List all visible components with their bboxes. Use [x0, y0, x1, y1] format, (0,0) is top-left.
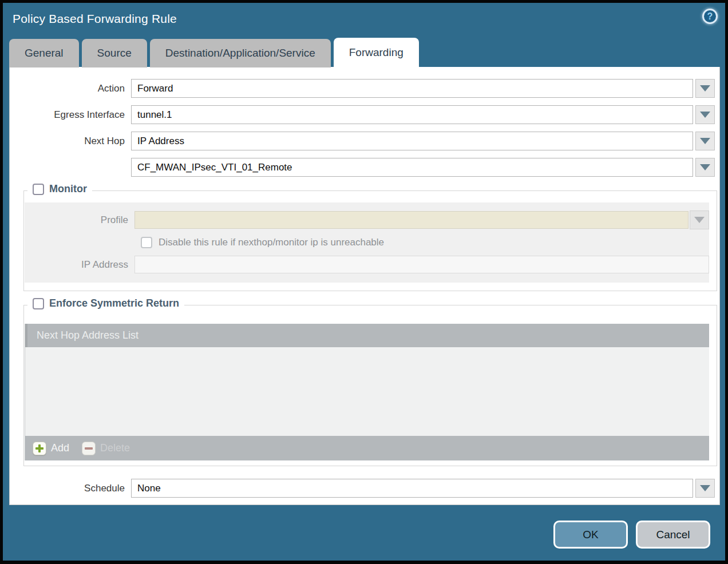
profile-dropdown-button [690, 210, 709, 229]
monitor-legend-label: Monitor [49, 183, 87, 195]
tab-general[interactable]: General [9, 39, 79, 67]
table-toolbar: Add Delete [25, 436, 709, 460]
tab-bar: General Source Destination/Application/S… [9, 39, 719, 67]
chevron-down-icon [700, 164, 710, 170]
schedule-dropdown-button[interactable] [695, 479, 715, 498]
schedule-combo: None [131, 479, 715, 498]
next-hop-type-combo: IP Address [131, 132, 715, 150]
delete-button: Delete [82, 442, 130, 455]
schedule-row: Schedule None [10, 479, 715, 498]
add-button[interactable]: Add [33, 442, 69, 455]
action-combo: Forward [131, 79, 715, 98]
monitor-fieldset: Monitor Profile Disable this rule if nex… [23, 190, 717, 291]
profile-label: Profile [25, 215, 134, 226]
forwarding-tab-panel: Action Forward Egress Interface tunnel.1… [9, 67, 720, 505]
dialog-footer: OK Cancel [553, 521, 710, 549]
tab-forwarding[interactable]: Forwarding [334, 38, 419, 67]
title-bar: Policy Based Forwarding Rule ? [3, 3, 725, 38]
monitor-ip-input [134, 256, 709, 273]
next-hop-address-table: Next Hop Address List Add Delete [25, 324, 709, 460]
page-title: Policy Based Forwarding Rule [13, 12, 177, 26]
next-hop-address-input[interactable]: CF_MWAN_IPsec_VTI_01_Remote [131, 158, 693, 177]
tab-destination-application-service[interactable]: Destination/Application/Service [150, 39, 331, 67]
enforce-symmetric-return-checkbox[interactable] [33, 298, 44, 309]
profile-row: Profile [25, 210, 709, 229]
enforce-symmetric-return-legend-label: Enforce Symmetric Return [49, 297, 179, 309]
minus-icon [82, 442, 96, 455]
schedule-label: Schedule [10, 483, 131, 494]
cancel-button[interactable]: Cancel [636, 521, 710, 549]
chevron-down-icon [694, 217, 705, 223]
dialog-frame: Policy Based Forwarding Rule ? General S… [0, 0, 728, 564]
next-hop-address-list-header: Next Hop Address List [25, 324, 709, 347]
next-hop-type-dropdown-button[interactable] [695, 132, 715, 150]
action-row: Action Forward [10, 79, 715, 98]
chevron-down-icon [700, 112, 710, 118]
next-hop-address-dropdown-button[interactable] [695, 158, 715, 177]
monitor-legend: Monitor [27, 183, 92, 195]
chevron-down-icon [700, 85, 710, 92]
help-icon[interactable]: ? [702, 9, 718, 24]
add-button-label: Add [51, 442, 69, 454]
egress-interface-input[interactable]: tunnel.1 [131, 105, 693, 124]
next-hop-address-list-body[interactable] [25, 347, 709, 436]
egress-interface-combo: tunnel.1 [131, 105, 715, 124]
monitor-ip-row: IP Address [25, 256, 709, 273]
chevron-down-icon [700, 138, 710, 144]
disable-rule-row: Disable this rule if nexthop/monitor ip … [141, 237, 709, 248]
monitor-ip-label: IP Address [25, 259, 134, 271]
action-input[interactable]: Forward [131, 79, 693, 98]
ok-button[interactable]: OK [553, 521, 628, 549]
schedule-input[interactable]: None [131, 479, 693, 498]
next-hop-address-combo: CF_MWAN_IPsec_VTI_01_Remote [131, 158, 715, 177]
enforce-symmetric-return-fieldset: Enforce Symmetric Return Next Hop Addres… [23, 305, 717, 466]
monitor-checkbox[interactable] [33, 184, 44, 195]
enforce-symmetric-return-legend: Enforce Symmetric Return [27, 297, 184, 309]
next-hop-type-input[interactable]: IP Address [131, 132, 693, 150]
egress-interface-row: Egress Interface tunnel.1 [10, 105, 715, 124]
next-hop-type-row: Next Hop IP Address [10, 132, 715, 150]
tab-source[interactable]: Source [82, 39, 147, 67]
next-hop-address-row: CF_MWAN_IPsec_VTI_01_Remote [10, 158, 715, 177]
action-label: Action [10, 83, 131, 94]
disable-rule-label: Disable this rule if nexthop/monitor ip … [159, 237, 384, 248]
chevron-down-icon [700, 485, 710, 491]
next-hop-label: Next Hop [10, 136, 131, 147]
egress-interface-label: Egress Interface [10, 109, 131, 121]
profile-input [134, 211, 689, 229]
egress-interface-dropdown-button[interactable] [695, 105, 715, 124]
disable-rule-checkbox [141, 237, 152, 248]
monitor-body: Profile Disable this rule if nexthop/mon… [25, 202, 709, 283]
delete-button-label: Delete [100, 442, 130, 454]
action-dropdown-button[interactable] [695, 79, 715, 98]
plus-icon [33, 442, 46, 455]
